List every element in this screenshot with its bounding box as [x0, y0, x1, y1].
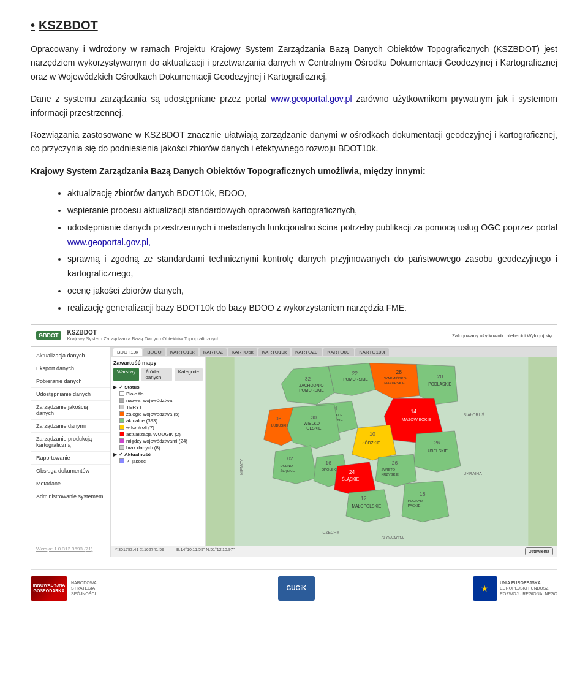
svg-text:UKRAINA: UKRAINA — [464, 471, 482, 475]
footer-logos: INNOWACYJNAGOSPODARKA NARODOWA STRATEGIA… — [31, 569, 557, 607]
svg-marker-35 — [273, 445, 317, 483]
layers-tab-warstwy[interactable]: Warstwy — [113, 368, 139, 381]
sidebar-item-aktualizacja[interactable]: Aktualizacja danych — [31, 349, 110, 362]
layer-w-kontroli: w kontroli (7) — [113, 424, 203, 431]
tab-karto10k[interactable]: KARTO10k — [167, 348, 198, 356]
title-text: KSZBDOT — [39, 18, 98, 32]
sidebar-item-zarzjak[interactable]: Zarządzanie jakością danych — [31, 401, 110, 420]
app-title-block: KSZBDOT Krajowy System Zarządzania Bazą … — [67, 329, 220, 341]
layer-status: ▶ ✓ Status — [113, 384, 203, 390]
layers-panel: Zawartość mapy Warstwy Źródła danych Kat… — [111, 357, 206, 546]
svg-text:MAZOWIECKIE: MAZOWIECKIE — [402, 417, 431, 421]
paragraph2: Dane z systemu zarządzania są udostępnia… — [31, 92, 557, 120]
page-title: • KSZBDOT — [31, 18, 557, 32]
list-item: aktualizację zbiorów danych BDOT10k, BDO… — [67, 186, 557, 201]
svg-text:POMORSKIE: POMORSKIE — [343, 377, 368, 381]
layer-nazwa-wojew: nazwa_województwa — [113, 397, 203, 404]
svg-text:DOLNO-: DOLNO- — [280, 464, 293, 468]
svg-text:30: 30 — [311, 414, 317, 420]
tab-kartoz[interactable]: KARTOZ — [200, 348, 227, 356]
logo-gugik: GUGiK — [278, 576, 315, 601]
paragraph3: Rozwiązania zastosowane w KSZBDOT znaczn… — [31, 128, 557, 156]
layers-tab-kategorie[interactable]: Kategorie — [175, 368, 203, 381]
svg-text:12: 12 — [361, 495, 367, 501]
layer-aktualizacja-wodgik: aktualizacja WODGiK (2) — [113, 431, 203, 438]
svg-text:KRZYSKIE: KRZYSKIE — [382, 472, 399, 476]
list-item: sprawną i zgodną ze standardami technicz… — [67, 252, 557, 281]
app-title-main: KSZBDOT — [67, 329, 220, 336]
layer-miedzy-wojew: między województwami (24) — [113, 438, 203, 444]
tab-bdot10k[interactable]: BDOT10k — [113, 348, 142, 356]
logo-eu: ★ UNIA EUROPEJSKA EUROPEJSKI FUNDUSZ ROZ… — [473, 576, 557, 601]
section-title: Krajowy System Zarządzania Bazą Danych O… — [31, 164, 557, 178]
app-screenshot: GBDOT KSZBDOT Krajowy System Zarządzania… — [31, 324, 557, 557]
logo-ig-text: NARODOWA STRATEGIA SPÓJNOŚCI — [71, 580, 120, 596]
svg-text:10: 10 — [369, 430, 375, 436]
svg-text:ŚWIĘTO-: ŚWIĘTO- — [382, 468, 397, 471]
svg-text:26: 26 — [392, 459, 398, 465]
svg-text:14: 14 — [410, 408, 417, 414]
svg-text:08: 08 — [276, 415, 282, 421]
list-item: realizację generalizacji bazy BDOT10k do… — [67, 301, 557, 316]
bullet-point: • — [31, 18, 35, 32]
sidebar-item-raportowanie[interactable]: Raportowanie — [31, 452, 110, 465]
svg-text:WARMIŃSKO-: WARMIŃSKO- — [384, 376, 407, 380]
svg-text:WIELKO-: WIELKO- — [304, 421, 321, 425]
logo-ig-badge: INNOWACYJNAGOSPODARKA — [31, 576, 67, 601]
page-container: • KSZBDOT Opracowany i wdrożony w ramach… — [0, 0, 588, 619]
tab-karto10k2[interactable]: KARTO10k — [258, 348, 290, 356]
feature-list: aktualizację zbiorów danych BDOT10k, BDO… — [67, 186, 557, 315]
poland-map-area[interactable]: ZACHODNIO- POMORSKIE 32 POMORSKIE 22 WAR… — [206, 357, 557, 546]
list-item: udostępnianie danych przestrzennych i me… — [67, 221, 557, 250]
logo-innowacyjna-gospodarka: INNOWACYJNAGOSPODARKA NARODOWA STRATEGIA… — [31, 576, 120, 601]
sidebar-item-udostepnianie[interactable]: Udostępnianie danych — [31, 388, 110, 401]
svg-text:26: 26 — [434, 439, 440, 445]
app-main: BDOT10k BDOO KARTO10k KARTOZ KARTO5k KAR… — [111, 347, 557, 557]
svg-text:ŁÓDZKIE: ŁÓDZKIE — [363, 439, 380, 444]
app-version: Wersja: 1.0.312.3693 (71) — [31, 544, 110, 554]
tab-karto00l[interactable]: KARTO00l — [323, 348, 354, 356]
app-status-bar: Y:301793.41 X:162741.59 E:14°10'11.59" N… — [111, 546, 557, 557]
eu-logo-text: UNIA EUROPEJSKA EUROPEJSKI FUNDUSZ ROZWO… — [500, 580, 557, 596]
sidebar-item-zarzprod[interactable]: Zarządzanie produkcją kartograficzną — [31, 433, 110, 452]
svg-text:22: 22 — [352, 370, 358, 376]
app-body: Aktualizacja danych Eksport danych Pobie… — [31, 347, 557, 557]
app-header: GBDOT KSZBDOT Krajowy System Zarządzania… — [31, 325, 557, 347]
sidebar-item-admin[interactable]: Administrowanie systemem — [31, 490, 110, 503]
tab-kartoz0l[interactable]: KARTOZ0l — [292, 348, 322, 356]
sidebar-item-obsluga[interactable]: Obsługa dokumentów — [31, 465, 110, 477]
tab-karto100l[interactable]: KARTO100l — [355, 348, 388, 356]
sidebar-item-zarzdane[interactable]: Zarządzanie danymi — [31, 420, 110, 433]
logo-gugik-img: GUGiK — [278, 576, 315, 601]
coords2: E:14°10'11.59" N:51°12'10.97" — [176, 547, 235, 555]
svg-text:BIAŁORUŚ: BIAŁORUŚ — [464, 411, 484, 416]
tab-karto5k[interactable]: KARTO5k — [228, 348, 257, 356]
layers-tab-zrodla[interactable]: Źródła danych — [141, 368, 172, 381]
svg-text:ZACHODNIO-: ZACHODNIO- — [299, 382, 325, 387]
sidebar-item-eksport[interactable]: Eksport danych — [31, 362, 110, 375]
app-content-area: Zawartość mapy Warstwy Źródła danych Kat… — [111, 357, 557, 546]
geoportal-link-1[interactable]: www.geoportal.gov.pl — [271, 94, 352, 104]
layer-aktualnosc: ▶ ✓ Aktualność — [113, 451, 203, 458]
app-frame: GBDOT KSZBDOT Krajowy System Zarządzania… — [31, 325, 557, 557]
svg-text:LUBELSKIE: LUBELSKIE — [425, 449, 448, 453]
paragraph1: Opracowany i wdrożony w ramach Projektu … — [31, 42, 557, 83]
coords1: Y:301793.41 X:162741.59 — [115, 547, 164, 555]
svg-text:LUBUSKIE: LUBUSKIE — [271, 424, 289, 427]
sidebar-item-pobieranie[interactable]: Pobieranie danych — [31, 375, 110, 388]
list-item: wspieranie procesu aktualizacji standard… — [67, 204, 557, 218]
svg-text:NIEMCY: NIEMCY — [239, 458, 244, 475]
svg-text:18: 18 — [420, 491, 426, 497]
geoportal-link-2[interactable]: www.geoportal.gov.pl, — [67, 237, 151, 247]
svg-text:02: 02 — [287, 455, 293, 461]
app-user-info: Zalogowany użytkownik: nlebacici Wyloguj… — [452, 333, 552, 338]
layer-teryt: TERYT — [113, 404, 203, 411]
layers-tabs-bar: Warstwy Źródła danych Kategorie — [113, 368, 203, 381]
sidebar-item-metadane[interactable]: Metadane — [31, 477, 110, 490]
svg-text:ŚLĄSKIE: ŚLĄSKIE — [280, 469, 295, 473]
svg-text:28: 28 — [396, 368, 402, 375]
settings-button[interactable]: Ustawienia — [525, 547, 553, 555]
tab-bdoo[interactable]: BDOO — [143, 348, 165, 356]
svg-text:24: 24 — [349, 468, 355, 474]
layer-brak-danych: brak danych (8) — [113, 444, 203, 451]
